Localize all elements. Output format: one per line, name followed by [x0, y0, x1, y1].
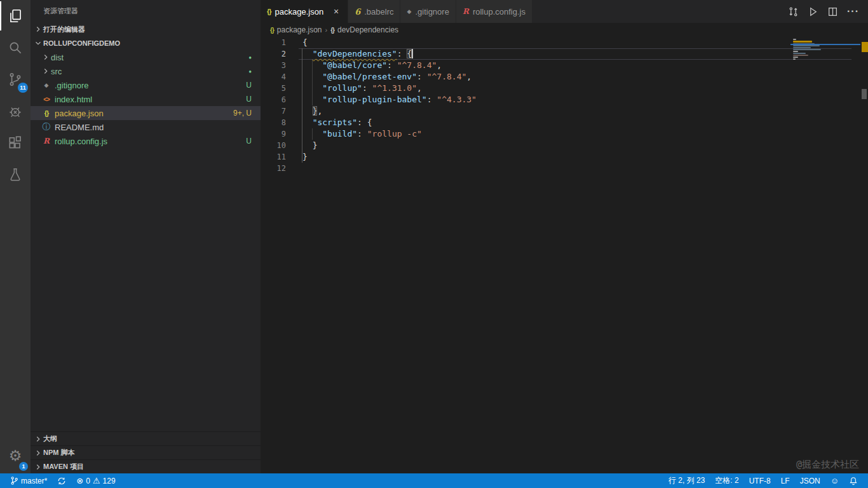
sync-icon[interactable] [53, 473, 70, 488]
line-number[interactable]: 4 [261, 71, 286, 83]
code-line[interactable]: 2 "devDependencies": { [261, 48, 868, 60]
chevron-right-icon [33, 462, 43, 472]
tree-item-gitignore[interactable]: ◆ .gitignore U [31, 78, 261, 92]
code-line[interactable]: 9 "build": "rollup -c" [261, 128, 868, 140]
untracked-badge: U [246, 95, 252, 104]
tab-gitignore[interactable]: ◆ .gitignore [400, 0, 456, 23]
line-number[interactable]: 1 [261, 37, 286, 48]
line-number[interactable]: 9 [261, 128, 286, 140]
code-line[interactable]: 12 [261, 163, 868, 174]
open-editors-section[interactable]: 打开的编辑器 [31, 22, 261, 36]
activity-bar: 11 ⚙ 1 [0, 0, 31, 473]
code-line[interactable]: 1 { [261, 37, 868, 48]
encoding-item[interactable]: UTF-8 [745, 473, 775, 488]
bracket-match: { [407, 49, 412, 58]
breadcrumb: {} package.json › {} devDependencies [261, 23, 868, 37]
more-actions-icon[interactable]: ··· [847, 6, 859, 17]
explorer-icon[interactable] [0, 0, 31, 32]
outline-section[interactable]: 大纲 [31, 431, 261, 445]
tree-item-index-html[interactable]: <> index.html U [31, 92, 261, 106]
warning-icon: ⚠ [93, 477, 100, 485]
tab-label: .babelrc [364, 7, 393, 17]
status-bar: master* ⊗ 0 ⚠ 129 行 2, 列 23 空格: 2 UTF-8 … [0, 473, 868, 488]
line-number[interactable]: 3 [261, 60, 286, 71]
json-file-icon: {} [41, 109, 52, 117]
git-branch-item[interactable]: master* [6, 473, 51, 488]
tab-label: rollup.config.js [473, 7, 526, 17]
tab-bar: {} package.json × 6 .babelrc ◆ .gitignor… [261, 0, 868, 23]
close-icon[interactable]: × [331, 6, 341, 17]
code-line[interactable]: 3 "@babel/core": "^7.8.4", [261, 60, 868, 71]
test-beaker-icon[interactable] [0, 159, 31, 191]
source-control-icon[interactable]: 11 [0, 64, 31, 95]
modified-dot-badge: ● [248, 69, 252, 74]
tab-babelrc[interactable]: 6 .babelrc [348, 0, 400, 23]
code-line[interactable]: 7 }, [261, 105, 868, 117]
file-name: README.md [55, 123, 261, 132]
line-number[interactable]: 6 [261, 94, 286, 105]
tree-item-rollup-config[interactable]: R rollup.config.js U [31, 134, 261, 148]
git-file-icon: ◆ [41, 82, 52, 88]
problems-item[interactable]: ⊗ 0 ⚠ 129 [72, 473, 119, 488]
cursor-position[interactable]: 行 2, 列 23 [665, 473, 709, 488]
breadcrumb-file[interactable]: package.json [277, 25, 322, 34]
run-debug-icon[interactable] [0, 95, 31, 127]
line-number[interactable]: 2 [261, 48, 286, 60]
branch-name: master* [21, 477, 47, 485]
tree-item-readme[interactable]: ⓘ README.md [31, 120, 261, 134]
code-line[interactable]: 4 "@babel/preset-env": "^7.8.4", [261, 71, 868, 83]
tree-item-package-json[interactable]: {} package.json 9+, U [31, 106, 261, 120]
language-mode-item[interactable]: JSON [796, 473, 824, 488]
feedback-smiley-icon[interactable]: ☺ [827, 473, 843, 488]
maven-projects-section[interactable]: MAVEN 项目 [31, 459, 261, 473]
scroll-marker [862, 89, 867, 99]
line-number[interactable]: 5 [261, 83, 286, 94]
babel-file-icon: 6 [355, 7, 360, 17]
indentation-item[interactable]: 空格: 2 [711, 473, 742, 488]
error-count: 0 [86, 477, 90, 485]
line-number[interactable]: 10 [261, 140, 286, 151]
search-icon[interactable] [0, 32, 31, 64]
code-line[interactable]: 10 } [261, 140, 868, 151]
tab-label: package.json [275, 7, 324, 17]
code-line[interactable]: 6 "rollup-plugin-babel": "^4.3.3" [261, 94, 868, 105]
breadcrumb-symbol[interactable]: devDependencies [337, 25, 398, 34]
open-changes-icon[interactable] [788, 6, 799, 17]
run-play-icon[interactable] [808, 6, 818, 17]
code-line[interactable]: 8 "scripts": { [261, 117, 868, 128]
eol-item[interactable]: LF [777, 473, 794, 488]
line-number[interactable]: 8 [261, 117, 286, 128]
line-number[interactable]: 12 [261, 163, 286, 174]
npm-scripts-label: NPM 脚本 [43, 448, 75, 458]
error-icon: ⊗ [76, 477, 83, 485]
chevron-right-icon [41, 66, 51, 76]
json-file-icon: {} [270, 27, 274, 34]
modified-dot-badge: ● [248, 55, 252, 60]
tab-rollup-config[interactable]: R rollup.config.js [456, 0, 532, 23]
tree-item-dist[interactable]: dist ● [31, 50, 261, 64]
overview-ruler[interactable] [862, 37, 868, 473]
project-root-label: ROLLUPCONFIGDEMO [43, 39, 120, 47]
file-name: rollup.config.js [55, 137, 246, 146]
line-number[interactable]: 11 [261, 151, 286, 163]
settings-gear-icon[interactable]: ⚙ 1 [0, 438, 31, 473]
project-root-row[interactable]: ROLLUPCONFIGDEMO [31, 36, 261, 50]
chevron-down-icon [33, 38, 43, 48]
problems-badge: 9+, U [233, 109, 252, 118]
code-editor[interactable]: 1 { 2 "devDependencies": { 3 "@babel/cor… [261, 37, 868, 473]
code-line[interactable]: 11 } [261, 151, 868, 163]
folder-name: src [51, 67, 248, 76]
tree-item-src[interactable]: src ● [31, 64, 261, 78]
npm-scripts-section[interactable]: NPM 脚本 [31, 445, 261, 459]
tab-package-json[interactable]: {} package.json × [261, 0, 348, 23]
extensions-icon[interactable] [0, 127, 31, 159]
text-cursor [412, 49, 413, 58]
code-line[interactable]: 5 "rollup": "^1.31.0", [261, 83, 868, 94]
line-number[interactable]: 7 [261, 105, 286, 117]
html-file-icon: <> [41, 96, 52, 103]
chevron-right-icon [33, 24, 43, 34]
notifications-bell-icon[interactable] [845, 473, 862, 488]
minimap[interactable] [790, 38, 860, 60]
split-editor-icon[interactable] [827, 6, 838, 17]
rollup-file-icon: R [41, 137, 52, 146]
